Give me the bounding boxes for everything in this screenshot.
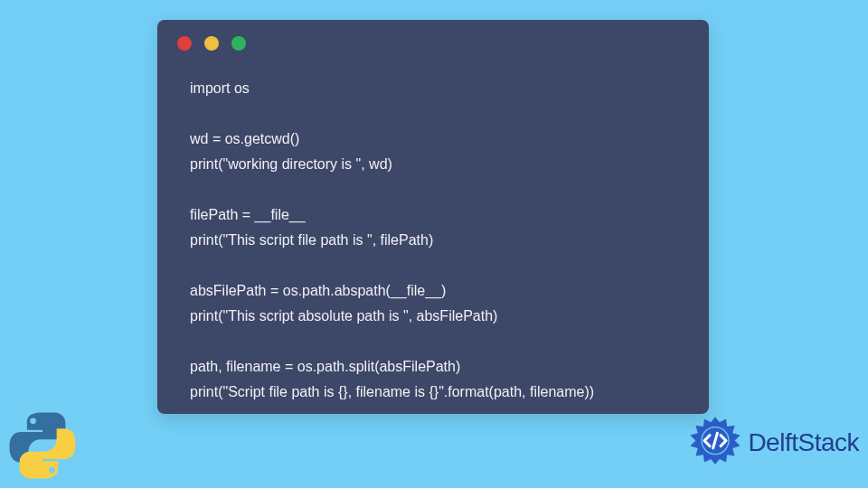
code-line: filePath = __file__ xyxy=(190,207,306,222)
code-line: print("This script file path is ", fileP… xyxy=(190,232,433,248)
code-line: path, filename = os.path.split(absFilePa… xyxy=(190,359,460,374)
minimize-icon[interactable] xyxy=(204,36,219,51)
delftstack-brand: DelftStack xyxy=(688,416,859,470)
code-content: import os wd = os.getcwd() print("workin… xyxy=(190,76,687,396)
delftstack-badge-icon xyxy=(688,416,742,470)
code-window: import os wd = os.getcwd() print("workin… xyxy=(157,20,709,414)
delftstack-brand-text: DelftStack xyxy=(748,428,859,457)
canvas: import os wd = os.getcwd() print("workin… xyxy=(0,0,868,488)
close-icon[interactable] xyxy=(177,36,192,51)
code-line: import os xyxy=(190,80,250,96)
window-titlebar xyxy=(157,20,709,67)
maximize-icon[interactable] xyxy=(231,36,246,51)
code-line: print("working directory is ", wd) xyxy=(190,156,392,172)
code-line: print("Script file path is {}, filename … xyxy=(190,384,594,399)
code-line: absFilePath = os.path.abspath(__file__) xyxy=(190,283,446,298)
code-line: print("This script absolute path is ", a… xyxy=(190,308,497,324)
code-line: wd = os.getcwd() xyxy=(190,131,299,146)
python-logo-icon xyxy=(5,408,80,483)
